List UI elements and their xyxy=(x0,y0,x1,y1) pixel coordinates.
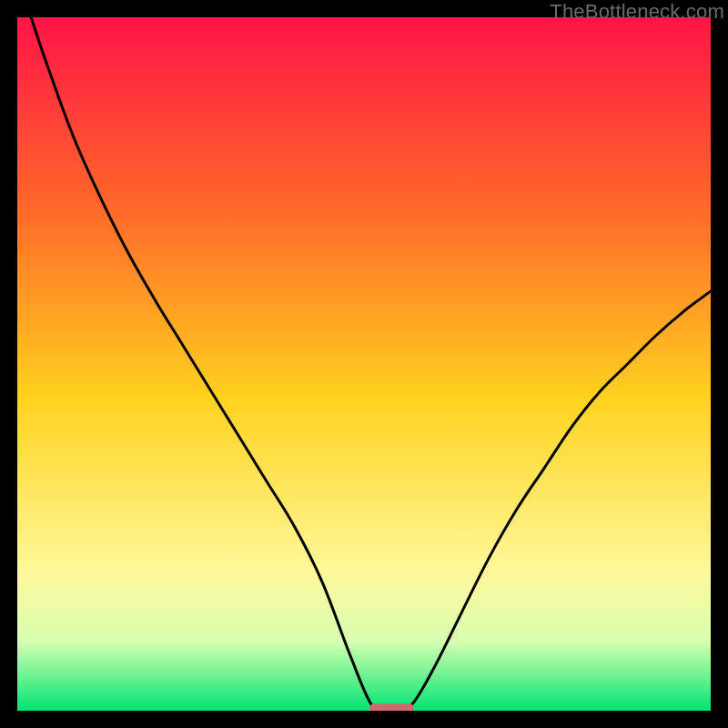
gradient-background xyxy=(17,17,711,711)
optimum-marker xyxy=(369,703,414,711)
attribution-text: TheBottleneck.com xyxy=(550,0,724,24)
plot-area xyxy=(17,17,711,711)
chart-svg xyxy=(17,17,711,711)
chart-stage: TheBottleneck.com xyxy=(0,0,728,728)
